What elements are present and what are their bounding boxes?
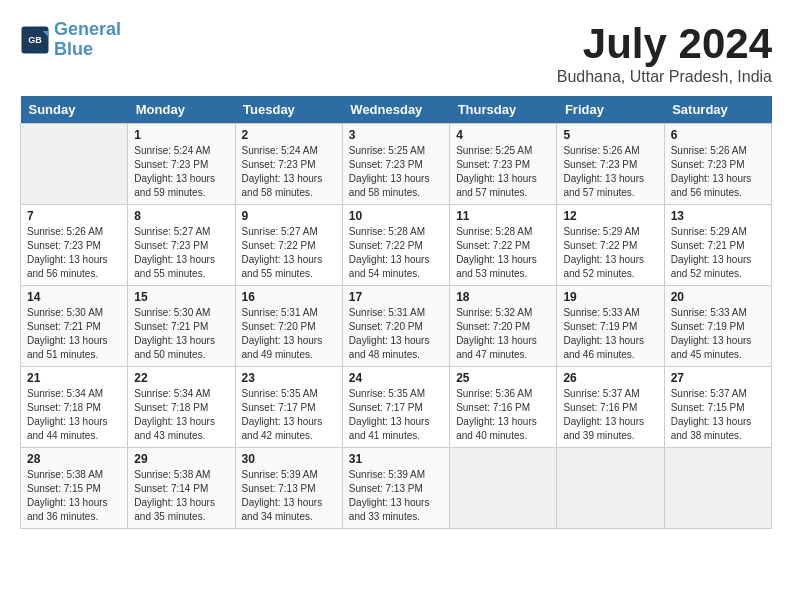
day-info: Sunrise: 5:26 AMSunset: 7:23 PMDaylight:…	[671, 144, 765, 200]
day-number: 31	[349, 452, 443, 466]
main-title: July 2024	[557, 20, 772, 68]
weekday-header-thursday: Thursday	[450, 96, 557, 124]
day-info: Sunrise: 5:38 AMSunset: 7:14 PMDaylight:…	[134, 468, 228, 524]
calendar-cell: 29Sunrise: 5:38 AMSunset: 7:14 PMDayligh…	[128, 448, 235, 529]
day-info: Sunrise: 5:34 AMSunset: 7:18 PMDaylight:…	[134, 387, 228, 443]
day-number: 13	[671, 209, 765, 223]
day-number: 29	[134, 452, 228, 466]
day-info: Sunrise: 5:33 AMSunset: 7:19 PMDaylight:…	[563, 306, 657, 362]
title-area: July 2024 Budhana, Uttar Pradesh, India	[557, 20, 772, 86]
day-number: 22	[134, 371, 228, 385]
calendar-cell: 9Sunrise: 5:27 AMSunset: 7:22 PMDaylight…	[235, 205, 342, 286]
calendar-cell: 2Sunrise: 5:24 AMSunset: 7:23 PMDaylight…	[235, 124, 342, 205]
logo-text-line2: Blue	[54, 40, 121, 60]
day-number: 4	[456, 128, 550, 142]
day-info: Sunrise: 5:27 AMSunset: 7:22 PMDaylight:…	[242, 225, 336, 281]
calendar-cell: 10Sunrise: 5:28 AMSunset: 7:22 PMDayligh…	[342, 205, 449, 286]
calendar-cell: 13Sunrise: 5:29 AMSunset: 7:21 PMDayligh…	[664, 205, 771, 286]
day-number: 6	[671, 128, 765, 142]
day-number: 7	[27, 209, 121, 223]
calendar-cell	[557, 448, 664, 529]
day-info: Sunrise: 5:35 AMSunset: 7:17 PMDaylight:…	[242, 387, 336, 443]
calendar-week-row: 14Sunrise: 5:30 AMSunset: 7:21 PMDayligh…	[21, 286, 772, 367]
calendar-cell: 11Sunrise: 5:28 AMSunset: 7:22 PMDayligh…	[450, 205, 557, 286]
day-number: 10	[349, 209, 443, 223]
day-info: Sunrise: 5:38 AMSunset: 7:15 PMDaylight:…	[27, 468, 121, 524]
calendar-week-row: 7Sunrise: 5:26 AMSunset: 7:23 PMDaylight…	[21, 205, 772, 286]
day-info: Sunrise: 5:24 AMSunset: 7:23 PMDaylight:…	[242, 144, 336, 200]
calendar-cell: 14Sunrise: 5:30 AMSunset: 7:21 PMDayligh…	[21, 286, 128, 367]
day-info: Sunrise: 5:39 AMSunset: 7:13 PMDaylight:…	[242, 468, 336, 524]
day-number: 15	[134, 290, 228, 304]
day-number: 26	[563, 371, 657, 385]
header: GB General Blue July 2024 Budhana, Uttar…	[20, 20, 772, 86]
day-number: 25	[456, 371, 550, 385]
day-info: Sunrise: 5:33 AMSunset: 7:19 PMDaylight:…	[671, 306, 765, 362]
calendar-cell: 6Sunrise: 5:26 AMSunset: 7:23 PMDaylight…	[664, 124, 771, 205]
weekday-header-sunday: Sunday	[21, 96, 128, 124]
calendar-cell: 1Sunrise: 5:24 AMSunset: 7:23 PMDaylight…	[128, 124, 235, 205]
calendar-cell: 22Sunrise: 5:34 AMSunset: 7:18 PMDayligh…	[128, 367, 235, 448]
day-number: 27	[671, 371, 765, 385]
day-number: 30	[242, 452, 336, 466]
day-number: 9	[242, 209, 336, 223]
weekday-header-saturday: Saturday	[664, 96, 771, 124]
calendar-cell: 28Sunrise: 5:38 AMSunset: 7:15 PMDayligh…	[21, 448, 128, 529]
calendar-cell: 25Sunrise: 5:36 AMSunset: 7:16 PMDayligh…	[450, 367, 557, 448]
day-info: Sunrise: 5:30 AMSunset: 7:21 PMDaylight:…	[27, 306, 121, 362]
calendar-cell: 4Sunrise: 5:25 AMSunset: 7:23 PMDaylight…	[450, 124, 557, 205]
calendar-cell: 5Sunrise: 5:26 AMSunset: 7:23 PMDaylight…	[557, 124, 664, 205]
calendar-cell: 30Sunrise: 5:39 AMSunset: 7:13 PMDayligh…	[235, 448, 342, 529]
calendar-cell: 26Sunrise: 5:37 AMSunset: 7:16 PMDayligh…	[557, 367, 664, 448]
calendar-cell: 18Sunrise: 5:32 AMSunset: 7:20 PMDayligh…	[450, 286, 557, 367]
calendar-week-row: 28Sunrise: 5:38 AMSunset: 7:15 PMDayligh…	[21, 448, 772, 529]
calendar-cell: 31Sunrise: 5:39 AMSunset: 7:13 PMDayligh…	[342, 448, 449, 529]
calendar-cell: 27Sunrise: 5:37 AMSunset: 7:15 PMDayligh…	[664, 367, 771, 448]
day-info: Sunrise: 5:34 AMSunset: 7:18 PMDaylight:…	[27, 387, 121, 443]
day-number: 23	[242, 371, 336, 385]
day-info: Sunrise: 5:37 AMSunset: 7:15 PMDaylight:…	[671, 387, 765, 443]
calendar-cell: 12Sunrise: 5:29 AMSunset: 7:22 PMDayligh…	[557, 205, 664, 286]
logo-icon: GB	[20, 25, 50, 55]
day-info: Sunrise: 5:29 AMSunset: 7:21 PMDaylight:…	[671, 225, 765, 281]
day-info: Sunrise: 5:35 AMSunset: 7:17 PMDaylight:…	[349, 387, 443, 443]
day-info: Sunrise: 5:37 AMSunset: 7:16 PMDaylight:…	[563, 387, 657, 443]
day-info: Sunrise: 5:31 AMSunset: 7:20 PMDaylight:…	[349, 306, 443, 362]
day-number: 11	[456, 209, 550, 223]
weekday-header-wednesday: Wednesday	[342, 96, 449, 124]
day-info: Sunrise: 5:24 AMSunset: 7:23 PMDaylight:…	[134, 144, 228, 200]
weekday-header-friday: Friday	[557, 96, 664, 124]
day-number: 28	[27, 452, 121, 466]
calendar-cell: 20Sunrise: 5:33 AMSunset: 7:19 PMDayligh…	[664, 286, 771, 367]
day-info: Sunrise: 5:25 AMSunset: 7:23 PMDaylight:…	[349, 144, 443, 200]
day-number: 1	[134, 128, 228, 142]
day-number: 19	[563, 290, 657, 304]
day-number: 21	[27, 371, 121, 385]
weekday-header-tuesday: Tuesday	[235, 96, 342, 124]
calendar-cell: 19Sunrise: 5:33 AMSunset: 7:19 PMDayligh…	[557, 286, 664, 367]
day-info: Sunrise: 5:29 AMSunset: 7:22 PMDaylight:…	[563, 225, 657, 281]
calendar-cell: 15Sunrise: 5:30 AMSunset: 7:21 PMDayligh…	[128, 286, 235, 367]
day-info: Sunrise: 5:27 AMSunset: 7:23 PMDaylight:…	[134, 225, 228, 281]
day-number: 16	[242, 290, 336, 304]
calendar-cell: 24Sunrise: 5:35 AMSunset: 7:17 PMDayligh…	[342, 367, 449, 448]
day-number: 12	[563, 209, 657, 223]
day-number: 17	[349, 290, 443, 304]
weekday-header-monday: Monday	[128, 96, 235, 124]
day-number: 24	[349, 371, 443, 385]
day-info: Sunrise: 5:36 AMSunset: 7:16 PMDaylight:…	[456, 387, 550, 443]
day-info: Sunrise: 5:25 AMSunset: 7:23 PMDaylight:…	[456, 144, 550, 200]
calendar-cell: 23Sunrise: 5:35 AMSunset: 7:17 PMDayligh…	[235, 367, 342, 448]
calendar-cell: 21Sunrise: 5:34 AMSunset: 7:18 PMDayligh…	[21, 367, 128, 448]
calendar-cell	[664, 448, 771, 529]
calendar-cell: 17Sunrise: 5:31 AMSunset: 7:20 PMDayligh…	[342, 286, 449, 367]
svg-text:GB: GB	[28, 35, 42, 45]
logo-text-line1: General	[54, 20, 121, 40]
subtitle: Budhana, Uttar Pradesh, India	[557, 68, 772, 86]
day-info: Sunrise: 5:32 AMSunset: 7:20 PMDaylight:…	[456, 306, 550, 362]
logo: GB General Blue	[20, 20, 121, 60]
calendar-week-row: 1Sunrise: 5:24 AMSunset: 7:23 PMDaylight…	[21, 124, 772, 205]
day-info: Sunrise: 5:28 AMSunset: 7:22 PMDaylight:…	[456, 225, 550, 281]
day-info: Sunrise: 5:30 AMSunset: 7:21 PMDaylight:…	[134, 306, 228, 362]
calendar-cell: 3Sunrise: 5:25 AMSunset: 7:23 PMDaylight…	[342, 124, 449, 205]
